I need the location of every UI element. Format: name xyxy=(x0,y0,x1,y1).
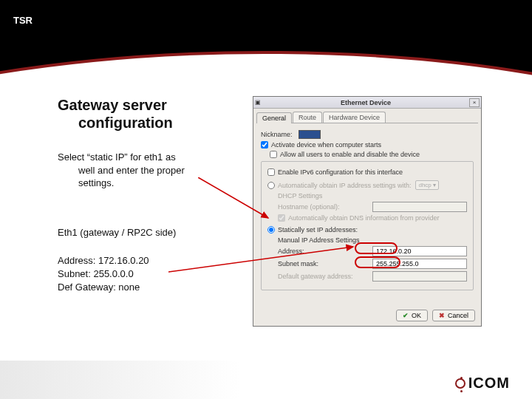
activate-checkbox[interactable] xyxy=(261,141,268,149)
ipv6-label: Enable IPv6 configuration for this inter… xyxy=(278,168,403,176)
instr-line2: well and enter the proper xyxy=(58,164,250,177)
dialog-button-row: ✔ OK ✖ Cancel xyxy=(396,310,475,321)
slide-text-column: Gateway server configuration Select “sta… xyxy=(58,96,250,294)
nickname-field[interactable] xyxy=(299,130,321,139)
instruction-text: Select “static IP” for eth1 as well and … xyxy=(58,151,250,190)
tab-hardware[interactable]: Hardware Device xyxy=(323,112,386,123)
ok-button[interactable]: ✔ OK xyxy=(396,310,428,321)
slide-title: Gateway server configuration xyxy=(58,96,250,132)
tsr-label: TSR xyxy=(13,15,33,26)
footer-gradient xyxy=(0,361,532,399)
cancel-label: Cancel xyxy=(448,312,468,319)
auto-ip-select[interactable]: dhcp xyxy=(415,180,439,190)
ipv6-checkbox[interactable] xyxy=(267,168,275,176)
auto-dns-checkbox xyxy=(278,214,285,222)
auto-ip-label: Automatically obtain IP address settings… xyxy=(278,182,411,189)
slide-header: TSR xyxy=(0,0,532,81)
setting-address: Address: 172.16.0.20 xyxy=(58,254,250,267)
static-ip-radio[interactable] xyxy=(267,226,275,233)
gateway-label: Default gateway address: xyxy=(278,273,372,280)
dhcp-heading: DHCP Settings xyxy=(278,192,467,200)
activate-label: Activate device when computer starts xyxy=(271,141,381,149)
cancel-button[interactable]: ✖ Cancel xyxy=(432,310,475,321)
gateway-input[interactable] xyxy=(372,271,467,282)
eth1-heading: Eth1 (gateway / RP2C side) xyxy=(58,227,250,238)
close-button[interactable]: × xyxy=(469,98,480,107)
ip-config-frame: Enable IPv6 configuration for this inter… xyxy=(261,161,474,290)
brand-logo: ICOM xyxy=(455,375,510,392)
ethernet-device-dialog: ▣ Ethernet Device × General Route Hardwa… xyxy=(253,96,482,327)
slide-footer: ICOM xyxy=(0,361,532,399)
eth1-settings-block: Address: 172.16.0.20 Subnet: 255.0.0.0 D… xyxy=(58,254,250,295)
dialog-title: Ethernet Device xyxy=(262,99,469,106)
nickname-label: Nickname: xyxy=(261,131,293,138)
brand-name: ICOM xyxy=(468,375,510,392)
logo-o-icon xyxy=(455,378,466,389)
swoosh-graphic xyxy=(0,48,532,85)
hostname-input xyxy=(372,202,467,212)
x-icon: ✖ xyxy=(439,312,445,319)
title-line2: configuration xyxy=(58,114,250,132)
tab-general[interactable]: General xyxy=(256,112,292,123)
allow-all-checkbox[interactable] xyxy=(270,151,277,158)
setting-subnet: Subnet: 255.0.0.0 xyxy=(58,267,250,281)
dialog-body: Nickname: Activate device when computer … xyxy=(253,123,481,295)
instr-line3: settings. xyxy=(58,177,250,190)
check-icon: ✔ xyxy=(403,312,409,319)
dialog-icon: ▣ xyxy=(253,99,262,106)
subnet-input[interactable] xyxy=(372,259,467,269)
auto-ip-radio[interactable] xyxy=(267,182,275,189)
static-ip-label: Statically set IP addresses: xyxy=(278,226,358,233)
subnet-label: Subnet mask: xyxy=(278,260,372,267)
ok-label: OK xyxy=(412,312,421,319)
address-label: Address: xyxy=(278,248,372,255)
hostname-label: Hostname (optional): xyxy=(278,203,372,211)
manual-heading: Manual IP Address Settings xyxy=(278,236,467,244)
dialog-tabs: General Route Hardware Device xyxy=(256,112,478,123)
address-input[interactable] xyxy=(372,246,467,256)
dialog-titlebar[interactable]: ▣ Ethernet Device × xyxy=(253,97,481,109)
setting-gateway: Def Gateway: none xyxy=(58,281,250,294)
allow-all-label: Allow all users to enable and disable th… xyxy=(280,151,420,158)
title-line1: Gateway server xyxy=(58,97,167,113)
instr-line1: Select “static IP” for eth1 as xyxy=(58,151,176,163)
tab-route[interactable]: Route xyxy=(293,112,322,123)
auto-dns-label: Automatically obtain DNS information fro… xyxy=(288,214,440,222)
